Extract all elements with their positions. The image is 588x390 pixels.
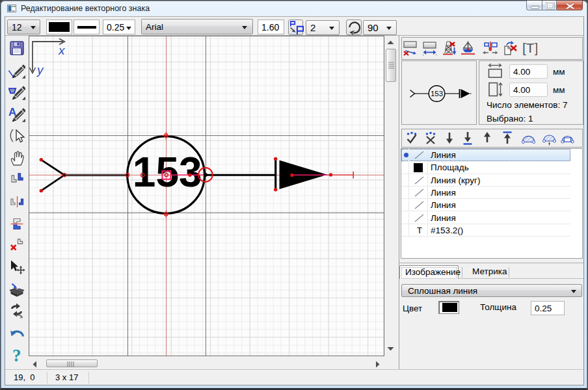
svg-text:y: y xyxy=(36,63,44,77)
svg-text:153: 153 xyxy=(431,90,443,98)
svg-text:[T]: [T] xyxy=(522,40,537,55)
svg-text:x: x xyxy=(58,44,66,57)
svg-text:153: 153 xyxy=(133,149,202,196)
svg-text:?: ? xyxy=(12,346,21,363)
